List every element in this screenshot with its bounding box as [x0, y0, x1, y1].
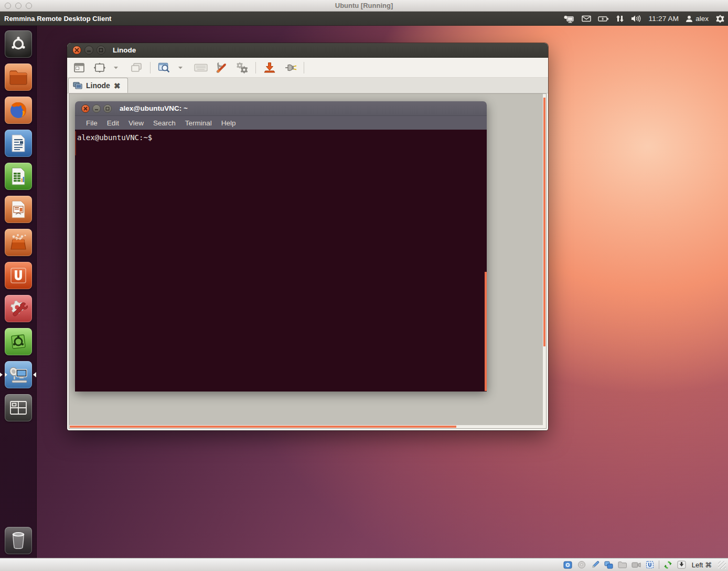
terminal-close-button[interactable]	[81, 104, 90, 113]
preferences-gears-icon[interactable]	[235, 61, 249, 75]
terminal-body[interactable]: alex@ubuntuVNC:~$	[75, 130, 487, 392]
launcher-item-libreoffice-impress[interactable]	[5, 196, 32, 223]
panel-clock[interactable]: 11:27 AM	[649, 15, 679, 23]
launcher-item-ubuntu-one[interactable]	[5, 262, 32, 289]
launcher-item-home-folder[interactable]	[5, 64, 32, 91]
host-window-title: Ubuntu [Running]	[0, 2, 728, 9]
fullscreen-icon[interactable]	[72, 61, 86, 75]
launcher-item-dash-home[interactable]	[5, 30, 32, 58]
terminal-maximize-button[interactable]	[103, 104, 112, 113]
zoom-dropdown-caret-icon[interactable]	[174, 61, 187, 75]
ubuntu-one-icon	[9, 266, 28, 285]
mail-indicator-icon[interactable]	[582, 12, 591, 26]
folder-icon	[8, 69, 28, 86]
terminal-edge-artifact	[75, 131, 76, 155]
launcher-focused-arrow	[33, 372, 36, 377]
launcher-item-libreoffice-calc[interactable]	[5, 163, 32, 190]
remmina-titlebar[interactable]: Linode	[67, 43, 548, 58]
terminal-minimize-button[interactable]	[92, 104, 101, 113]
host-key-label: Left ⌘	[692, 561, 712, 569]
window-maximize-button[interactable]	[97, 46, 105, 55]
launcher-item-system-settings[interactable]	[5, 295, 32, 322]
toolbar-separator	[255, 62, 256, 73]
user-icon	[686, 15, 693, 23]
statusbar-separator	[659, 561, 659, 569]
tab-linode[interactable]: Linode ✖	[68, 78, 128, 93]
panel-app-title[interactable]: Remmina Remote Desktop Client	[4, 15, 111, 23]
terminal-window: alex@ubuntuVNC: ~ File Edit View Search …	[75, 101, 487, 392]
terminal-window-title: alex@ubuntuVNC: ~	[120, 104, 188, 112]
mouse-integration-icon[interactable]	[663, 560, 673, 569]
launcher-item-remmina[interactable]	[5, 361, 32, 388]
menu-help[interactable]: Help	[217, 119, 241, 127]
impress-icon	[10, 200, 27, 219]
viewport-hscrollbar-thumb[interactable]	[70, 426, 456, 428]
tools-icon[interactable]	[215, 61, 228, 75]
resize-grip[interactable]	[718, 561, 726, 569]
menu-search[interactable]: Search	[148, 119, 180, 127]
software-center-bag-icon	[8, 232, 28, 252]
writer-icon	[10, 134, 27, 153]
desktop-wallpaper: Linode	[0, 26, 728, 558]
launcher-item-ubuntu-software-green[interactable]	[5, 328, 32, 355]
optical-drives-icon[interactable]	[577, 560, 586, 569]
virtualbox-features-icon[interactable]	[645, 560, 655, 569]
volume-indicator-icon[interactable]	[631, 12, 642, 26]
tab-close-icon[interactable]: ✖	[114, 82, 121, 90]
window-close-button[interactable]	[72, 46, 81, 55]
scale-window-icon[interactable]	[93, 61, 106, 75]
video-capture-icon[interactable]	[631, 560, 641, 569]
pen-icon[interactable]	[591, 560, 600, 569]
dash-home-icon	[9, 35, 28, 54]
launcher-item-ubuntu-software-center[interactable]	[5, 229, 32, 256]
system-tray: 11:27 AM alex	[563, 12, 725, 26]
network-icon[interactable]	[604, 560, 614, 569]
remote-desktop-indicator-icon[interactable]	[563, 12, 575, 26]
user-menu[interactable]: alex	[686, 15, 709, 23]
hard-disks-icon[interactable]	[563, 560, 573, 569]
scale-dropdown-caret-icon[interactable]	[109, 61, 123, 75]
screen: Ubuntu [Running] Remmina Remote Desktop …	[0, 0, 728, 571]
network-updown-indicator-icon[interactable]	[616, 12, 624, 26]
launcher-item-firefox[interactable]	[5, 97, 32, 124]
import-icon[interactable]	[263, 61, 276, 75]
terminal-menubar: File Edit View Search Terminal Help	[75, 116, 487, 130]
launcher-running-arrow	[0, 373, 3, 377]
ubuntu-top-panel: Remmina Remote Desktop Client	[0, 12, 728, 26]
virtualbox-statusbar: Left ⌘	[0, 558, 728, 571]
connection-folder-icon	[73, 82, 82, 89]
launcher-item-trash[interactable]	[5, 527, 32, 554]
remmina-icon	[8, 365, 29, 384]
terminal-scrollbar-artifact[interactable]	[485, 272, 487, 391]
toolbar-separator	[150, 62, 151, 73]
launcher-item-workspace-switcher[interactable]	[5, 394, 32, 421]
battery-indicator-icon[interactable]	[598, 12, 609, 26]
terminal-prompt: alex@ubuntuVNC:~$	[75, 130, 487, 142]
viewport-vscrollbar-thumb[interactable]	[543, 98, 545, 346]
remmina-window-title: Linode	[113, 46, 136, 54]
firefox-icon	[8, 100, 28, 120]
tab-label: Linode	[86, 81, 110, 90]
remote-desktop-viewport[interactable]: alex@ubuntuVNC: ~ File Edit View Search …	[69, 93, 547, 429]
running-indicator-arrow	[5, 373, 7, 377]
session-gear-icon[interactable]	[715, 12, 725, 26]
remmina-window: Linode	[67, 43, 548, 430]
remmina-toolbar	[67, 58, 548, 78]
window-minimize-button[interactable]	[84, 46, 93, 55]
zoom-icon[interactable]	[157, 61, 171, 75]
terminal-titlebar[interactable]: alex@ubuntuVNC: ~	[75, 101, 487, 116]
disconnect-plug-icon[interactable]	[283, 61, 297, 75]
duplicate-connection-icon[interactable]	[130, 61, 143, 75]
menu-file[interactable]: File	[81, 119, 102, 127]
menu-view[interactable]: View	[124, 119, 148, 127]
remmina-tabbar: Linode ✖	[67, 78, 548, 93]
settings-gear-wrench-icon	[8, 299, 28, 319]
keyboard-capture-icon[interactable]	[677, 560, 687, 569]
launcher-item-libreoffice-writer[interactable]	[5, 130, 32, 157]
keyboard-grab-icon[interactable]	[194, 61, 208, 75]
green-ubuntu-icon	[9, 332, 28, 351]
menu-terminal[interactable]: Terminal	[180, 119, 217, 127]
toolbar-separator	[304, 62, 304, 73]
shared-folders-icon[interactable]	[618, 560, 627, 569]
menu-edit[interactable]: Edit	[102, 119, 124, 127]
